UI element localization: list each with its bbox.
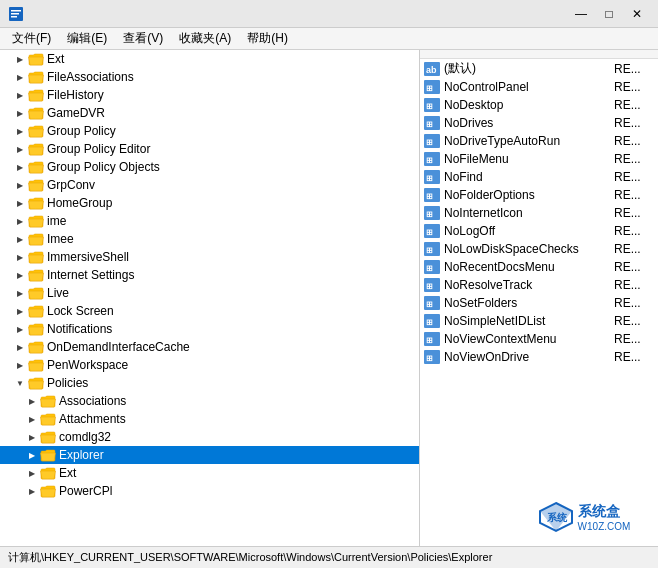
close-button[interactable]: ✕ — [624, 4, 650, 24]
tree-item-ext2[interactable]: ▶ Ext — [0, 464, 419, 482]
tree-item-policies[interactable]: ▼ Policies — [0, 374, 419, 392]
tree-item-filehistory[interactable]: ▶ FileHistory — [0, 86, 419, 104]
right-item-nofilemenu[interactable]: ⊞ NoFileMenuRE... — [420, 150, 658, 168]
expand-arrow-gamedvr[interactable]: ▶ — [12, 104, 28, 122]
tree-item-immersiveshell[interactable]: ▶ ImmersiveShell — [0, 248, 419, 266]
tree-item-imee[interactable]: ▶ Imee — [0, 230, 419, 248]
tree-label-immersiveshell: ImmersiveShell — [47, 250, 129, 264]
right-item-nologoff[interactable]: ⊞ NoLogOffRE... — [420, 222, 658, 240]
right-item-nosetfolders[interactable]: ⊞ NoSetFoldersRE... — [420, 294, 658, 312]
tree-item-penworkspace[interactable]: ▶ PenWorkspace — [0, 356, 419, 374]
svg-text:ab: ab — [426, 65, 437, 75]
expand-arrow-internetsettings[interactable]: ▶ — [12, 266, 28, 284]
right-item-noresolvetrack[interactable]: ⊞ NoResolveTrackRE... — [420, 276, 658, 294]
expand-arrow-grouppolicyobjects[interactable]: ▶ — [12, 158, 28, 176]
svg-text:⊞: ⊞ — [426, 264, 433, 273]
right-item-name-nolowdisk: NoLowDiskSpaceChecks — [444, 242, 614, 256]
right-item-norecentdocs[interactable]: ⊞ NoRecentDocsMenuRE... — [420, 258, 658, 276]
expand-arrow-ext2[interactable]: ▶ — [24, 464, 40, 482]
tree-item-live[interactable]: ▶ Live — [0, 284, 419, 302]
expand-arrow-comdlg32[interactable]: ▶ — [24, 428, 40, 446]
right-item-nofolderoptions[interactable]: ⊞ NoFolderOptionsRE... — [420, 186, 658, 204]
tree-label-powercpl: PowerCPl — [59, 484, 112, 498]
menu-item-a[interactable]: 收藏夹(A) — [171, 28, 239, 49]
tree-item-lockscreen[interactable]: ▶ Lock Screen — [0, 302, 419, 320]
expand-arrow-associations[interactable]: ▶ — [24, 392, 40, 410]
right-item-name-norecentdocs: NoRecentDocsMenu — [444, 260, 614, 274]
tree-label-lockscreen: Lock Screen — [47, 304, 114, 318]
right-item-nofind[interactable]: ⊞ NoFindRE... — [420, 168, 658, 186]
right-item-type-noresolvetrack: RE... — [614, 278, 654, 292]
right-item-nocontrolpanel[interactable]: ⊞ NoControlPanelRE... — [420, 78, 658, 96]
right-item-nodrivetypeautorun[interactable]: ⊞ NoDriveTypeAutoRunRE... — [420, 132, 658, 150]
folder-icon-attachments — [40, 412, 56, 426]
tree-scroll[interactable]: ▶ Ext▶ FileAssociations▶ FileHistory▶ Ga… — [0, 50, 419, 546]
tree-item-explorer[interactable]: ▶ Explorer — [0, 446, 419, 464]
maximize-button[interactable]: □ — [596, 4, 622, 24]
right-item-noviewcontext[interactable]: ⊞ NoViewContextMenuRE... — [420, 330, 658, 348]
right-item-nolowdisk[interactable]: ⊞ NoLowDiskSpaceChecksRE... — [420, 240, 658, 258]
tree-item-attachments[interactable]: ▶ Attachments — [0, 410, 419, 428]
expand-arrow-live[interactable]: ▶ — [12, 284, 28, 302]
expand-arrow-notifications[interactable]: ▶ — [12, 320, 28, 338]
right-item-icon-nodrivetypeautorun: ⊞ — [424, 134, 440, 148]
expand-arrow-ext[interactable]: ▶ — [12, 50, 28, 68]
tree-item-ext[interactable]: ▶ Ext — [0, 50, 419, 68]
tree-item-powercpl[interactable]: ▶ PowerCPl — [0, 482, 419, 500]
svg-text:⊞: ⊞ — [426, 192, 433, 201]
tree-item-homegroup[interactable]: ▶ HomeGroup — [0, 194, 419, 212]
expand-arrow-policies[interactable]: ▼ — [12, 374, 28, 392]
right-item-noviewondrive[interactable]: ⊞ NoViewOnDriveRE... — [420, 348, 658, 366]
right-item-nosimplenet[interactable]: ⊞ NoSimpleNetIDListRE... — [420, 312, 658, 330]
expand-arrow-grouppolicyeditor[interactable]: ▶ — [12, 140, 28, 158]
right-item-icon-nofind: ⊞ — [424, 170, 440, 184]
tree-item-fileassociations[interactable]: ▶ FileAssociations — [0, 68, 419, 86]
tree-item-comdlg32[interactable]: ▶ comdlg32 — [0, 428, 419, 446]
expand-arrow-powercpl[interactable]: ▶ — [24, 482, 40, 500]
right-item-type-default: RE... — [614, 62, 654, 76]
title-bar: — □ ✕ — [0, 0, 658, 28]
right-item-default[interactable]: ab (默认)RE... — [420, 59, 658, 78]
expand-arrow-penworkspace[interactable]: ▶ — [12, 356, 28, 374]
right-item-nodrives[interactable]: ⊞ NoDrivesRE... — [420, 114, 658, 132]
tree-item-grouppolicy[interactable]: ▶ Group Policy — [0, 122, 419, 140]
menu-item-h[interactable]: 帮助(H) — [239, 28, 296, 49]
right-item-type-nointernet: RE... — [614, 206, 654, 220]
expand-arrow-grouppolicy[interactable]: ▶ — [12, 122, 28, 140]
tree-item-gamedvr[interactable]: ▶ GameDVR — [0, 104, 419, 122]
tree-item-grpconv[interactable]: ▶ GrpConv — [0, 176, 419, 194]
expand-arrow-grpconv[interactable]: ▶ — [12, 176, 28, 194]
right-panel-header — [420, 50, 658, 59]
expand-arrow-ime[interactable]: ▶ — [12, 212, 28, 230]
expand-arrow-fileassociations[interactable]: ▶ — [12, 68, 28, 86]
menu-item-f[interactable]: 文件(F) — [4, 28, 59, 49]
tree-item-ondemandinterfacecache[interactable]: ▶ OnDemandInterfaceCache — [0, 338, 419, 356]
expand-arrow-attachments[interactable]: ▶ — [24, 410, 40, 428]
tree-item-grouppolicyobjects[interactable]: ▶ Group Policy Objects — [0, 158, 419, 176]
menu-item-e[interactable]: 编辑(E) — [59, 28, 115, 49]
right-scroll[interactable]: ab (默认)RE... ⊞ NoControlPanelRE... ⊞ NoD… — [420, 59, 658, 531]
right-item-type-nofilemenu: RE... — [614, 152, 654, 166]
svg-text:⊞: ⊞ — [426, 246, 433, 255]
tree-item-ime[interactable]: ▶ ime — [0, 212, 419, 230]
right-item-name-noviewondrive: NoViewOnDrive — [444, 350, 614, 364]
expand-arrow-explorer[interactable]: ▶ — [24, 446, 40, 464]
expand-arrow-ondemandinterfacecache[interactable]: ▶ — [12, 338, 28, 356]
expand-arrow-immersiveshell[interactable]: ▶ — [12, 248, 28, 266]
folder-icon-fileassociations — [28, 70, 44, 84]
minimize-button[interactable]: — — [568, 4, 594, 24]
tree-item-internetsettings[interactable]: ▶ Internet Settings — [0, 266, 419, 284]
expand-arrow-imee[interactable]: ▶ — [12, 230, 28, 248]
expand-arrow-filehistory[interactable]: ▶ — [12, 86, 28, 104]
tree-item-associations[interactable]: ▶ Associations — [0, 392, 419, 410]
right-item-icon-noviewcontext: ⊞ — [424, 332, 440, 346]
right-item-name-nofilemenu: NoFileMenu — [444, 152, 614, 166]
right-item-nodesktop[interactable]: ⊞ NoDesktopRE... — [420, 96, 658, 114]
tree-item-grouppolicyeditor[interactable]: ▶ Group Policy Editor — [0, 140, 419, 158]
expand-arrow-homegroup[interactable]: ▶ — [12, 194, 28, 212]
expand-arrow-lockscreen[interactable]: ▶ — [12, 302, 28, 320]
right-item-nointernet[interactable]: ⊞ NoInternetIconRE... — [420, 204, 658, 222]
menu-item-v[interactable]: 查看(V) — [115, 28, 171, 49]
right-item-icon-nolowdisk: ⊞ — [424, 242, 440, 256]
tree-item-notifications[interactable]: ▶ Notifications — [0, 320, 419, 338]
